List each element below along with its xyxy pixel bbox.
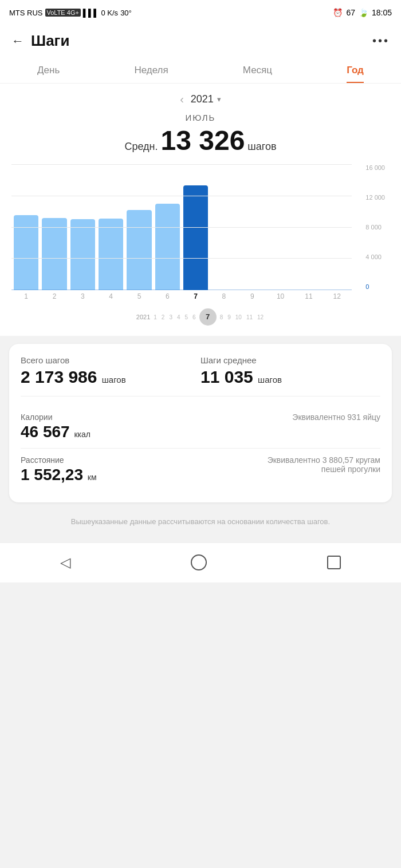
bar-month-6[interactable] — [155, 164, 180, 290]
bar-month-2[interactable] — [42, 164, 66, 290]
status-left: MTS RUS VoLTE 4G+ ▌▌▌ 0 K/s 30° — [9, 9, 132, 17]
x-label-5: 5 — [127, 292, 151, 300]
data-speed: 0 K/s — [101, 9, 119, 17]
x-label-9: 9 — [240, 292, 265, 300]
y-label-0: 0 — [365, 283, 385, 290]
calories-left: Калории 46 567 ккал — [21, 413, 91, 441]
calories-equiv: Эквивалентно 931 яйцу — [292, 413, 380, 422]
y-label-8000: 8 000 — [365, 224, 385, 231]
carrier-label: MTS RUS — [9, 9, 43, 17]
distance-label: Расстояние — [21, 455, 97, 465]
bar-month-9[interactable] — [240, 164, 265, 290]
bar-month-8[interactable] — [211, 164, 236, 290]
x-label-3: 3 — [70, 292, 95, 300]
bars-container — [11, 164, 352, 290]
month-label: ИЮЛЬ — [11, 113, 390, 122]
distance-row: Расстояние 1 552,23 км Эквивалентно 3 88… — [21, 449, 380, 491]
bar-month-7[interactable] — [183, 164, 208, 290]
x-label-2: 2 — [42, 292, 66, 300]
total-steps-label: Всего шагов — [21, 355, 200, 365]
chart-section: ‹ 2021 ▾ ИЮЛЬ Средн. 13 326 шагов 16 000… — [0, 84, 401, 336]
stats-top-row: Всего шагов 2 173 986 шагов Шаги среднее… — [21, 355, 380, 397]
battery-label: 67 — [346, 8, 355, 17]
bar-month-5[interactable] — [127, 164, 151, 290]
page-title: Шаги — [31, 32, 69, 50]
avg-steps-value: 11 035 шагов — [200, 367, 380, 387]
distance-left: Расстояние 1 552,23 км — [21, 455, 97, 484]
status-right: ⏰ 67 🍃 18:05 — [333, 8, 392, 17]
year-label: 2021 ▾ — [191, 93, 221, 105]
temp-label: 30° — [120, 9, 132, 17]
x-label-1: 1 — [14, 292, 38, 300]
distance-equiv: Эквивалентно 3 880,57 кругам пешей прогу… — [266, 455, 380, 474]
year-selector: ‹ 2021 ▾ — [11, 93, 390, 106]
x-label-6: 6 — [155, 292, 180, 300]
x-label-11: 11 — [296, 292, 321, 300]
calories-value: 46 567 ккал — [21, 423, 91, 441]
signal-icon: ▌▌▌ — [83, 9, 99, 17]
header: ← Шаги ••• — [0, 25, 401, 59]
bar-month-1[interactable] — [14, 164, 38, 290]
avg-suffix: шагов — [247, 141, 276, 152]
battery-icon: 🍃 — [359, 8, 368, 17]
y-label-4000: 4 000 — [365, 253, 385, 260]
year-dropdown-icon[interactable]: ▾ — [217, 95, 221, 104]
x-label-12: 12 — [325, 292, 349, 300]
x-label-8: 8 — [211, 292, 236, 300]
avg-steps-label: Шаги среднее — [200, 355, 380, 365]
y-label-16000: 16 000 — [365, 164, 385, 171]
tab-year[interactable]: Год — [347, 65, 364, 80]
avg-steps-display: Средн. 13 326 шагов — [11, 125, 390, 156]
tab-week[interactable]: Неделя — [134, 65, 168, 80]
more-button[interactable]: ••• — [372, 34, 390, 47]
bar-month-12[interactable] — [325, 164, 349, 290]
tab-month[interactable]: Месяц — [243, 65, 272, 80]
stats-card: Всего шагов 2 173 986 шагов Шаги среднее… — [9, 344, 392, 502]
total-steps-col: Всего шагов 2 173 986 шагов — [21, 355, 200, 387]
x-label-4: 4 — [99, 292, 123, 300]
header-left: ← Шаги — [11, 32, 69, 50]
nav-home-button[interactable] — [191, 554, 207, 570]
year-prev-button[interactable]: ‹ — [180, 93, 184, 106]
total-steps-value: 2 173 986 шагов — [21, 367, 200, 387]
distance-value: 1 552,23 км — [21, 466, 97, 484]
back-button[interactable]: ← — [11, 34, 24, 49]
avg-steps-col: Шаги среднее 11 035 шагов — [200, 355, 380, 387]
nav-recents-button[interactable] — [327, 556, 341, 569]
disclaimer: Вышеуказанные данные рассчитываются на о… — [0, 510, 401, 537]
x-label-10: 10 — [268, 292, 293, 300]
bar-month-10[interactable] — [268, 164, 293, 290]
nav-back-button[interactable]: ◁ — [60, 554, 70, 570]
x-axis-labels: 123456789101112 — [11, 290, 352, 300]
time-label: 18:05 — [372, 8, 392, 17]
active-month-indicator[interactable]: 7 — [199, 308, 217, 326]
x-label-7: 7 — [183, 292, 208, 300]
bar-month-4[interactable] — [99, 164, 123, 290]
network-label: VoLTE 4G+ — [45, 9, 81, 17]
avg-prefix: Средн. — [124, 141, 158, 152]
tab-bar: День Неделя Месяц Год — [0, 59, 401, 84]
month-nav-row: 2021 1 2 3 4 5 6 7 8 9 10 11 12 — [11, 300, 390, 336]
calories-row: Калории 46 567 ккал Эквивалентно 931 яйц… — [21, 406, 380, 449]
avg-value: 13 326 — [161, 125, 245, 156]
bar-month-3[interactable] — [70, 164, 95, 290]
alarm-icon: ⏰ — [333, 8, 343, 17]
bar-month-11[interactable] — [296, 164, 321, 290]
y-label-12000: 12 000 — [365, 194, 385, 201]
status-bar: MTS RUS VoLTE 4G+ ▌▌▌ 0 K/s 30° ⏰ 67 🍃 1… — [0, 0, 401, 25]
calories-label: Калории — [21, 413, 91, 422]
tab-day[interactable]: День — [37, 65, 60, 80]
bottom-nav: ◁ — [0, 542, 401, 582]
